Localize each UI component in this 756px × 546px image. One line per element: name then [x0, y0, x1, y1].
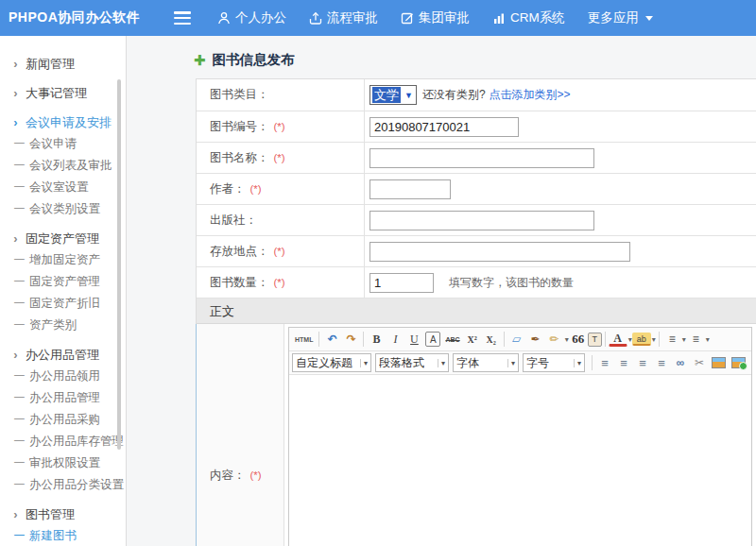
font-family-select[interactable]: 字体▾ [453, 353, 519, 372]
page-title-text: 图书信息发布 [213, 51, 295, 69]
eraser-icon[interactable]: ▱ [507, 330, 526, 349]
align-left-icon[interactable]: ≡ [595, 353, 614, 372]
sidebar-item-approval-permission-settings[interactable]: 一审批权限设置 [0, 452, 126, 474]
italic-icon[interactable]: I [386, 330, 404, 349]
select-arrow-icon: ▾ [507, 359, 515, 367]
sidebar-item-fixed-asset-manage[interactable]: 一固定资产管理 [0, 271, 126, 293]
sidebar-item-fixed-asset-depreciation[interactable]: 一固定资产折旧 [0, 293, 126, 315]
hamburger-menu-icon[interactable] [174, 11, 193, 25]
chevron-right-icon: › [9, 231, 22, 246]
dash-icon: 一 [13, 296, 26, 312]
subscript-icon[interactable]: X₂ [482, 330, 501, 349]
select-arrow-icon: ▾ [360, 359, 368, 367]
link-icon[interactable]: ∞ [671, 353, 690, 372]
sidebar-scrollbar[interactable] [117, 79, 121, 450]
author-input[interactable] [369, 179, 451, 199]
undo-icon[interactable]: ↶ [322, 330, 341, 349]
sidebar-item-supplies-purchase[interactable]: 一办公用品采购 [0, 409, 126, 431]
editor-content-area[interactable] [289, 375, 751, 546]
sidebar-item-meeting-request[interactable]: ›会议申请及安排 [0, 111, 126, 133]
sidebar-item-new-book[interactable]: 一新建图书 [0, 525, 126, 546]
justify-icon[interactable]: ≡ [652, 353, 671, 372]
redo-icon[interactable]: ↷ [341, 330, 360, 349]
superscript-icon[interactable]: X² [463, 330, 482, 349]
sidebar-item-supplies-inventory[interactable]: 一办公用品库存管理 [0, 431, 126, 452]
nav-group-approval[interactable]: 集团审批 [401, 9, 470, 26]
nav-more-apps[interactable]: 更多应用 [588, 9, 653, 26]
sidebar-item-meeting-category-settings[interactable]: 一会议类别设置 [0, 198, 126, 220]
book-no-input[interactable] [369, 117, 519, 137]
unlink-icon[interactable]: ✂ [690, 353, 709, 372]
nav-crm-system[interactable]: CRM系统 [492, 9, 565, 26]
bold-icon[interactable]: B [367, 330, 386, 349]
sidebar-item-supplies-manage[interactable]: 一办公用品管理 [0, 387, 126, 409]
sidebar-item-news-management[interactable]: ›新闻管理 [0, 53, 126, 75]
sidebar-item-label: 会议室设置 [29, 179, 89, 196]
book-name-input[interactable] [369, 148, 594, 168]
quantity-hint: 填写数字，该图书的数量 [449, 275, 574, 291]
ordered-list-icon[interactable]: ≡ [662, 330, 681, 349]
required-mark: (*) [250, 469, 262, 481]
sidebar-item-memorabilia-management[interactable]: ›大事记管理 [0, 82, 126, 104]
unordered-list-icon[interactable]: ≡ [686, 330, 705, 349]
dash-icon: 一 [13, 390, 26, 406]
sidebar-item-meeting-apply[interactable]: 一会议申请 [0, 133, 126, 155]
dash-icon: 一 [13, 368, 26, 384]
dash-icon: 一 [13, 252, 26, 268]
nav-label: 更多应用 [588, 9, 639, 26]
sidebar-item-meeting-list-approval[interactable]: 一会议列表及审批 [0, 155, 126, 177]
nav-workflow-approval[interactable]: 流程审批 [309, 9, 378, 26]
caret-down-icon[interactable]: ▾ [652, 335, 656, 344]
dash-icon: 一 [13, 274, 26, 290]
style-pen-icon[interactable]: ✏ [545, 330, 564, 349]
field-label: 内容： [210, 468, 246, 484]
sidebar-item-fixed-assets-management[interactable]: ›固定资产管理 [0, 228, 126, 249]
add-category-link[interactable]: 点击添加类别>> [490, 87, 571, 103]
nav-personal-office[interactable]: 个人办公 [217, 9, 286, 26]
sidebar-item-meeting-room-settings[interactable]: 一会议室设置 [0, 177, 126, 198]
sidebar-item-add-fixed-asset[interactable]: 一增加固定资产 [0, 249, 126, 271]
nav-label: 个人办公 [235, 9, 286, 26]
format-brush-icon[interactable]: ✒ [526, 330, 545, 349]
align-center-icon[interactable]: ≡ [614, 353, 633, 372]
dash-icon: 一 [13, 136, 26, 152]
upload-image-icon[interactable] [729, 353, 748, 372]
paragraph-format-select[interactable]: 段落格式▾ [375, 353, 449, 372]
sidebar-item-label: 会议申请及安排 [26, 114, 112, 131]
sidebar-item-label: 固定资产管理 [29, 274, 100, 290]
toolbar-separator [318, 332, 319, 347]
plus-icon: ✚ [194, 52, 206, 69]
font-background-icon[interactable]: A [425, 332, 440, 347]
highlight-pen-icon[interactable]: ab [632, 333, 651, 346]
underline-icon[interactable]: U [404, 330, 423, 349]
form-row-book-name: 图书名称：(*) [197, 143, 756, 174]
sidebar-item-asset-category[interactable]: 一资产类别 [0, 315, 126, 336]
custom-title-select[interactable]: 自定义标题▾ [292, 353, 371, 372]
chevron-right-icon: › [9, 86, 22, 100]
caret-down-icon[interactable]: ▾ [706, 335, 710, 344]
chevron-right-icon: › [9, 115, 22, 129]
align-right-icon[interactable]: ≡ [633, 353, 652, 372]
sidebar-item-label: 新闻管理 [26, 56, 75, 73]
location-input[interactable] [369, 242, 630, 262]
sidebar-item-supplies-category-settings[interactable]: 一办公用品分类设置 [0, 474, 126, 496]
html-source-icon[interactable]: HTML [292, 330, 316, 349]
dash-icon: 一 [13, 455, 26, 471]
strikethrough-icon[interactable]: ABC [442, 330, 462, 349]
font-color-icon[interactable]: A [609, 333, 627, 347]
category-select[interactable]: 文学 ▼ [369, 85, 417, 105]
publisher-input[interactable] [369, 211, 594, 230]
form-row-category: 图书类目： 文学 ▼ 还没有类别? 点击添加类别>> [197, 79, 756, 111]
rich-text-editor: HTML ↶ ↷ B I U A ABC X² X₂ [284, 324, 756, 546]
dash-icon: 一 [13, 434, 26, 450]
form-row-publisher: 出版社： [197, 205, 756, 236]
sidebar-item-office-supplies-management[interactable]: ›办公用品管理 [0, 344, 126, 366]
sidebar-item-supplies-claim[interactable]: 一办公用品领用 [0, 366, 126, 387]
body-section-header: 正文 [197, 299, 756, 324]
font-size-select[interactable]: 字号▾ [523, 353, 585, 372]
sidebar-item-book-management[interactable]: ›图书管理 [0, 503, 126, 525]
paste-text-icon[interactable]: T [588, 333, 602, 347]
insert-image-icon[interactable] [709, 353, 729, 372]
quantity-input[interactable] [369, 273, 434, 293]
blockquote-icon[interactable]: 66 [569, 330, 588, 349]
